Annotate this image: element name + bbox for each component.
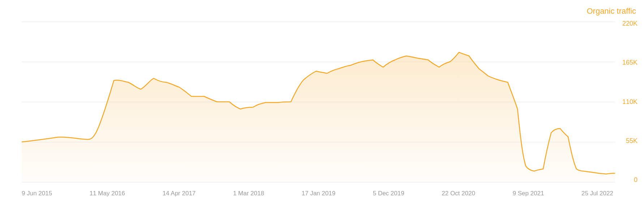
x-label-jan2019: 17 Jan 2019 [302, 190, 336, 197]
y-label-165k: 165K [622, 59, 637, 66]
x-label-apr2017: 14 Apr 2017 [163, 190, 196, 197]
chart-title: Organic traffic [587, 6, 636, 16]
y-label-220k: 220K [622, 20, 637, 27]
chart-container: Organic traffic 220K 165K 110K 55K 0 [0, 0, 644, 200]
chart-svg [22, 22, 615, 182]
x-label-mar2018: 1 Mar 2018 [233, 190, 264, 197]
x-label-jun2015: 9 Jun 2015 [22, 190, 52, 197]
x-label-oct2020: 22 Oct 2020 [442, 190, 475, 197]
grid-line-5 [22, 182, 615, 182]
y-label-55k: 55K [622, 137, 637, 145]
x-label-sep2021: 9 Sep 2021 [512, 190, 544, 197]
x-label-dec2019: 5 Dec 2019 [373, 190, 404, 197]
y-label-110k: 110K [622, 98, 637, 106]
y-label-0: 0 [622, 176, 637, 184]
x-label-may2016: 11 May 2016 [90, 190, 125, 197]
x-label-jul2022: 25 Jul 2022 [581, 190, 613, 197]
